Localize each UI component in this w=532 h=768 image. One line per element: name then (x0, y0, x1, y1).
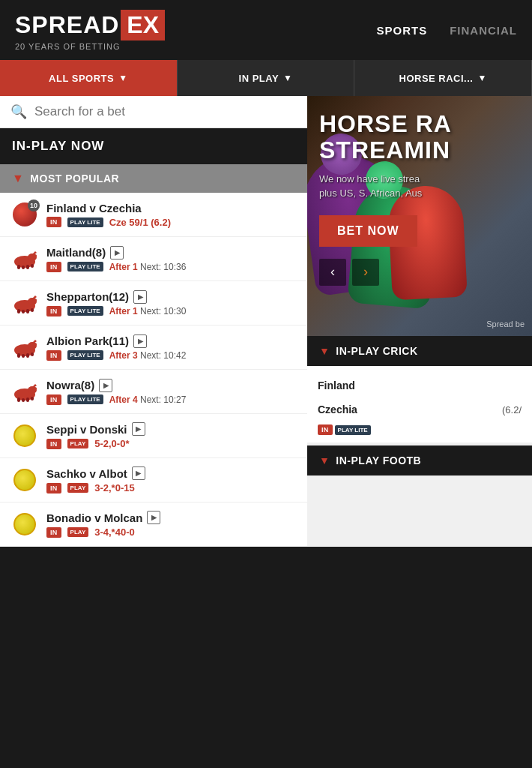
tennis-ball-icon-seppi (10, 422, 39, 450)
bet-after-albion-park: After 3 Next: 10:42 (109, 350, 187, 361)
bet-item-maitland[interactable]: Maitland(8) ▶ IN PLAY LITE After 1 Next:… (0, 237, 307, 281)
bet-title-bonadio-molcan: Bonadio v Molcan ▶ (46, 511, 297, 524)
horse-icon-maitland (10, 244, 39, 273)
right-column: HORSE RA STREAMIN We now have live strea… (307, 96, 532, 547)
bet-after-maitland: After 1 Next: 10:36 (109, 262, 187, 272)
bet-meta-seppi-donski: IN PLAY 5-2,0-0* (46, 438, 297, 449)
bet-title-seppi-donski: Seppi v Donski ▶ (46, 422, 297, 436)
bet-after-nowra: After 4 Next: 10:27 (109, 394, 187, 405)
arrow-down-icon: ▼ (319, 345, 330, 357)
inplay-text-badge: PLAY (67, 439, 89, 448)
svg-point-6 (32, 254, 37, 257)
bet-meta-shepparton: IN PLAY LITE After 1 Next: 10:30 (46, 306, 297, 316)
play-icon: ▶ (99, 379, 112, 392)
play-icon: ▶ (133, 334, 147, 348)
search-icon: 🔍 (10, 104, 27, 120)
bet-meta: IN PLAY LITE Cze 59/1 (6.2) (46, 217, 297, 228)
tab-horse-racing-chevron: ▼ (477, 73, 486, 83)
cricket-team-czechia: Czechia (6.2/ (318, 398, 522, 422)
bet-item-nowra[interactable]: Nowra(8) ▶ IN PLAY LITE After 4 Next: 10… (0, 370, 307, 414)
bet-item-seppi-donski[interactable]: Seppi v Donski ▶ IN PLAY 5-2,0-0* (0, 414, 307, 458)
playlite-badge: PLAY LITE (67, 394, 103, 404)
inplay-football-header[interactable]: ▼ IN-PLAY FOOTB (307, 446, 532, 476)
bet-item-finland-czechia[interactable]: 10 Finland v Czechia IN PLAY LITE Cze 59… (0, 193, 307, 237)
inplay-badge: IN (46, 483, 61, 494)
horse-icon-albion-park (10, 333, 39, 362)
search-input[interactable] (34, 104, 297, 119)
svg-rect-18 (26, 353, 29, 358)
main-content: 🔍 IN-PLAY NOW ▼ MOST POPULAR 10 Finland … (0, 96, 532, 547)
tab-all-sports-chevron: ▼ (118, 73, 127, 83)
playlite-badge: PLAY LITE (67, 262, 103, 272)
tab-horse-racing[interactable]: HORSE RACI... ▼ (354, 60, 532, 96)
inplay-badge: IN (46, 306, 61, 316)
promo-prev-button[interactable]: ‹ (319, 259, 346, 286)
bet-info-finland-czechia: Finland v Czechia IN PLAY LITE Cze 59/1 … (46, 202, 297, 228)
inplay-cricket-header[interactable]: ▼ IN-PLAY CRICK (307, 336, 532, 366)
bet-info-albion-park: Albion Park(11) ▶ IN PLAY LITE After 3 N… (46, 334, 297, 361)
svg-rect-26 (31, 397, 34, 400)
most-popular-header: ▼ MOST POPULAR (0, 164, 307, 193)
arrow-down-icon: ▼ (12, 172, 24, 185)
bet-meta-nowra: IN PLAY LITE After 4 Next: 10:27 (46, 394, 297, 405)
inplay-badge: IN (46, 527, 61, 538)
bet-item-shepparton[interactable]: Shepparton(12) ▶ IN PLAY LITE After 1 Ne… (0, 281, 307, 326)
svg-rect-11 (26, 309, 29, 314)
playlite-badge: PLAY LITE (335, 425, 371, 435)
logo-ex-text: EX (121, 10, 165, 40)
bet-now-button[interactable]: BET NOW (319, 215, 417, 247)
play-icon: ▶ (132, 422, 145, 436)
inplay-cricket-label: IN-PLAY CRICK (336, 345, 417, 357)
logo-tagline: 20 YEARS OF BETTING (15, 42, 120, 51)
tab-in-play[interactable]: IN PLAY ▼ (178, 60, 355, 96)
svg-rect-25 (26, 398, 29, 402)
inplay-badge: IN (46, 217, 61, 227)
inplay-badge: IN (46, 262, 61, 272)
svg-rect-23 (17, 398, 20, 402)
inplay-text-badge: PLAY (67, 527, 89, 537)
cricket-section: Finland Czechia (6.2/ IN PLAY LITE (307, 366, 532, 442)
inplay-football-label: IN-PLAY FOOTB (336, 454, 421, 466)
header: SPREAD EX 20 YEARS OF BETTING SPORTS FIN… (0, 0, 532, 60)
cricket-inplay-badge: IN PLAY LITE (318, 424, 371, 435)
inplay-badge: IN (46, 394, 61, 405)
horse-icon-shepparton (10, 289, 39, 317)
bet-info-sachko-albot: Sachko v Albot ▶ IN PLAY 3-2,*0-15 (46, 466, 297, 494)
promo-next-button[interactable]: › (352, 259, 379, 286)
bet-item-bonadio-molcan[interactable]: Bonadio v Molcan ▶ IN PLAY 3-4,*40-0 (0, 502, 307, 547)
bet-title-shepparton: Shepparton(12) ▶ (46, 290, 297, 304)
tennis-ball-icon-bonadio (10, 510, 39, 538)
nav-sports[interactable]: SPORTS (376, 24, 427, 37)
header-nav: SPORTS FINANCIAL (376, 24, 517, 37)
bet-meta-albion-park: IN PLAY LITE After 3 Next: 10:42 (46, 350, 297, 361)
bet-item-sachko-albot[interactable]: Sachko v Albot ▶ IN PLAY 3-2,*0-15 (0, 458, 307, 502)
promo-navigation: ‹ › (319, 259, 520, 286)
inplay-badge: IN (46, 439, 61, 449)
bet-title-sachko-albot: Sachko v Albot ▶ (46, 466, 297, 480)
search-bar[interactable]: 🔍 (0, 96, 307, 128)
cricket-team-finland: Finland (318, 374, 522, 398)
playlite-badge: PLAY LITE (67, 350, 103, 360)
nav-financial[interactable]: FINANCIAL (450, 24, 517, 37)
bet-odds: Cze 59/1 (6.2) (109, 217, 171, 228)
svg-point-20 (32, 343, 37, 346)
bet-meta-bonadio-molcan: IN PLAY 3-4,*40-0 (46, 526, 297, 538)
bet-meta-sachko-albot: IN PLAY 3-2,*0-15 (46, 482, 297, 494)
horse-racing-promo: HORSE RA STREAMIN We now have live strea… (307, 96, 532, 336)
bet-item-albion-park[interactable]: Albion Park(11) ▶ IN PLAY LITE After 3 N… (0, 326, 307, 370)
tab-all-sports[interactable]: ALL SPORTS ▼ (0, 60, 178, 96)
bet-after-shepparton: After 1 Next: 10:30 (109, 306, 187, 316)
tab-all-sports-label: ALL SPORTS (49, 73, 114, 84)
svg-rect-17 (22, 354, 25, 358)
bet-title: Finland v Czechia (46, 202, 297, 214)
arrow-down-icon: ▼ (319, 454, 330, 466)
promo-content: HORSE RA STREAMIN We now have live strea… (307, 96, 532, 301)
svg-rect-16 (17, 353, 20, 358)
bet-odds-sachko: 3-2,*0-15 (94, 482, 134, 494)
bet-odds-bonadio: 3-4,*40-0 (94, 526, 134, 538)
bet-info-nowra: Nowra(8) ▶ IN PLAY LITE After 4 Next: 10… (46, 379, 297, 405)
tab-horse-racing-label: HORSE RACI... (399, 73, 474, 84)
promo-footer-text: Spread be (486, 320, 525, 328)
svg-rect-19 (31, 352, 34, 356)
inplay-now-banner: IN-PLAY NOW (0, 128, 307, 164)
